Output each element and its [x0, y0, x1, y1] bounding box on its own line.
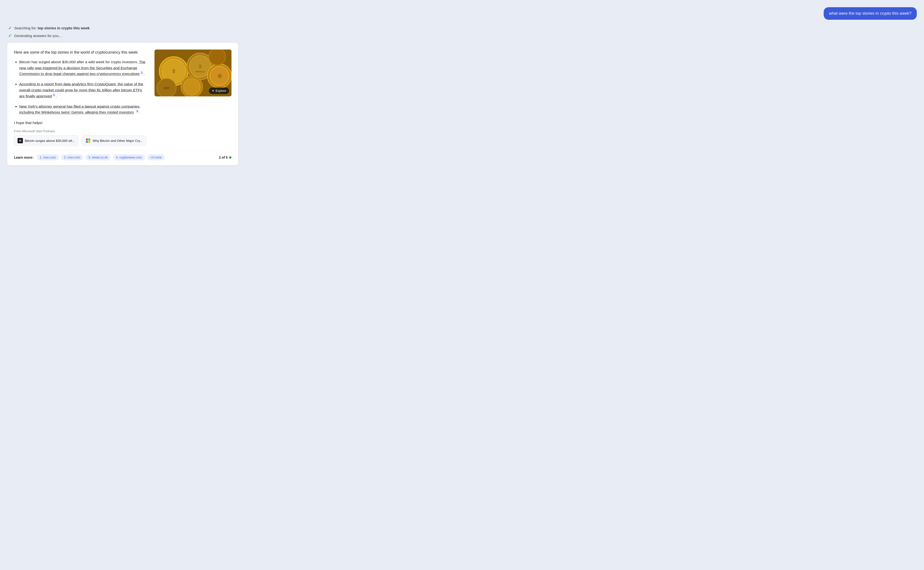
explore-button[interactable]: ✦ Explore	[209, 87, 229, 94]
crypto-image-wrapper: ₿ Ξ ethereum XRP ◎ ✦	[154, 49, 232, 97]
source-card-1[interactable]: M Bitcoin surges above $30,000 aft...	[14, 135, 78, 146]
svg-text:₿: ₿	[173, 69, 175, 74]
card-top: Here are some of the top stories in the …	[14, 49, 232, 120]
user-message-bubble: what were the top stories in crypto this…	[824, 7, 917, 20]
citation-3[interactable]: 3	[135, 110, 139, 113]
source-card-text-1: Bitcoin surges above $30,000 aft...	[25, 139, 75, 142]
search-status-text: Searching for: top stories in crypto thi…	[14, 26, 89, 30]
check-icon-search: ✓	[8, 26, 12, 31]
footer-bar: Learn more: 1. msn.com 2. msn.com 3. wir…	[14, 151, 232, 160]
generating-status-row: ✓ Generating answers for you...	[7, 33, 917, 38]
source-card-text-2: Why Bitcoin and Other Major Cry...	[93, 139, 143, 142]
citation-2[interactable]: 2	[52, 93, 55, 97]
sparkle-icon: ✦	[212, 89, 214, 93]
page-indicator: 2 of 5	[219, 156, 232, 159]
list-item: New York's attorney general has filed a …	[19, 104, 148, 116]
learn-chip-1[interactable]: 1. msn.com	[37, 154, 59, 160]
generating-status-text: Generating answers for you...	[14, 34, 61, 38]
svg-text:XRP: XRP	[164, 87, 170, 90]
linked-text-1[interactable]: The new rally was triggered by a decisio…	[19, 60, 145, 76]
intro-text: Here are some of the top stories in the …	[14, 49, 148, 55]
green-dot-icon	[229, 156, 232, 159]
learn-chip-2[interactable]: 2. msn.com	[61, 154, 83, 160]
svg-point-13	[183, 78, 200, 95]
closing-text: I hope that helps!	[14, 121, 232, 125]
msn-icon-1: M	[18, 138, 23, 143]
list-item: Bitcoin has surged above $30,000 after a…	[19, 59, 148, 77]
learn-chip-4[interactable]: 4. cryptonews.com	[113, 154, 145, 160]
svg-point-14	[209, 49, 226, 65]
source-label: From Microsoft Start Partners	[14, 129, 232, 133]
more-chip[interactable]: +3 more	[147, 154, 165, 160]
answer-card: Here are some of the top stories in the …	[7, 43, 238, 165]
svg-text:Ξ: Ξ	[199, 64, 201, 69]
card-text-section: Here are some of the top stories in the …	[14, 49, 148, 120]
bullet-text-2: According to a report from data analytic…	[19, 82, 143, 98]
search-status-row: ✓ Searching for: top stories in crypto t…	[7, 26, 917, 31]
citation-1[interactable]: 1	[140, 71, 144, 74]
learn-more-label: Learn more:	[14, 156, 34, 159]
list-item: According to a report from data analytic…	[19, 81, 148, 99]
check-icon-generating: ✓	[8, 33, 12, 38]
linked-text-3[interactable]: New York's attorney general has filed a …	[19, 104, 140, 115]
microsoft-icon	[85, 138, 91, 143]
bullet-list: Bitcoin has surged above $30,000 after a…	[14, 59, 148, 115]
svg-text:ethereum: ethereum	[195, 70, 205, 73]
bullet-text-1: Bitcoin has surged above $30,000 after a…	[19, 60, 145, 76]
source-card-2[interactable]: Why Bitcoin and Other Major Cry...	[82, 135, 146, 146]
source-cards-row: M Bitcoin surges above $30,000 aft... Wh…	[14, 135, 232, 146]
explore-label: Explore	[215, 89, 226, 93]
linked-text-2[interactable]: According to a report from data analytic…	[19, 82, 143, 98]
svg-text:◎: ◎	[218, 73, 222, 78]
learn-chip-3[interactable]: 3. wired.co.uk	[85, 154, 111, 160]
bullet-text-3: New York's attorney general has filed a …	[19, 104, 140, 115]
